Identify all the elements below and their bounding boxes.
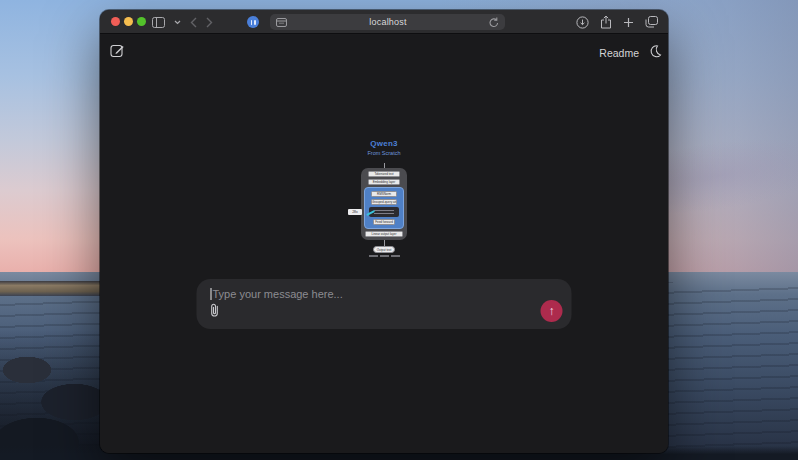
- message-composer[interactable]: Type your message here... ↑: [197, 279, 572, 329]
- diagram-box: Grouped-query attention: [371, 199, 397, 205]
- repeat-count-label: 28x: [348, 209, 362, 215]
- tab-overview-icon[interactable]: [645, 16, 658, 28]
- minimize-button[interactable]: [124, 17, 133, 26]
- hero-image: Qwen3 From Scratch Tokenized text Embedd…: [314, 139, 454, 257]
- address-bar[interactable]: localhost: [270, 14, 505, 30]
- diagram-box: Embedding layer: [368, 179, 400, 185]
- reload-icon[interactable]: [489, 17, 499, 28]
- back-icon[interactable]: [190, 17, 197, 28]
- diagram-box: Tokenized text: [368, 171, 400, 177]
- traffic-lights: [111, 17, 146, 26]
- hero-title: Qwen3: [314, 139, 454, 148]
- composer-input[interactable]: Type your message here...: [197, 279, 572, 300]
- new-chat-icon[interactable]: [110, 43, 125, 62]
- diagram-box: RMSNorm: [371, 191, 397, 197]
- new-tab-icon[interactable]: [623, 17, 634, 28]
- browser-toolbar: localhost: [100, 10, 668, 34]
- text-caret: [211, 288, 212, 300]
- architecture-diagram: Tokenized text Embedding layer RMSNorm G…: [314, 163, 454, 257]
- paperclip-icon[interactable]: [209, 303, 221, 321]
- extension-icon[interactable]: [247, 16, 259, 28]
- composer-placeholder: Type your message here...: [213, 288, 343, 300]
- toolbar-right-group: [576, 10, 658, 34]
- extension-glyph: [251, 20, 253, 25]
- moon-icon[interactable]: [648, 44, 662, 62]
- share-icon[interactable]: [600, 15, 612, 29]
- browser-window: localhost Readme: [100, 10, 668, 453]
- nav-group: [152, 10, 213, 34]
- model-outer-block: Tokenized text Embedding layer RMSNorm G…: [361, 168, 407, 240]
- send-button[interactable]: ↑: [541, 300, 563, 322]
- page-settings-icon[interactable]: [276, 18, 287, 27]
- transformer-block: RMSNorm Grouped-query attention Feed for…: [364, 187, 404, 229]
- diagram-box: Feed forward: [373, 219, 395, 225]
- diagram-box: Linear output layer: [365, 231, 403, 237]
- forward-icon[interactable]: [206, 17, 213, 28]
- readme-link[interactable]: Readme: [599, 47, 639, 59]
- diagram-caption: [369, 255, 400, 257]
- address-text[interactable]: localhost: [287, 17, 489, 27]
- chat-page: Readme Qwen3 From Scratch Tokenized text…: [100, 35, 668, 453]
- zoom-button[interactable]: [137, 17, 146, 26]
- close-button[interactable]: [111, 17, 120, 26]
- output-capsule: Output text: [373, 246, 395, 253]
- hero-subtitle: From Scratch: [314, 150, 454, 156]
- chevron-down-icon[interactable]: [174, 20, 181, 25]
- extension-glyph: [254, 20, 256, 25]
- sidebar-icon[interactable]: [152, 17, 165, 28]
- downloads-icon[interactable]: [576, 16, 589, 29]
